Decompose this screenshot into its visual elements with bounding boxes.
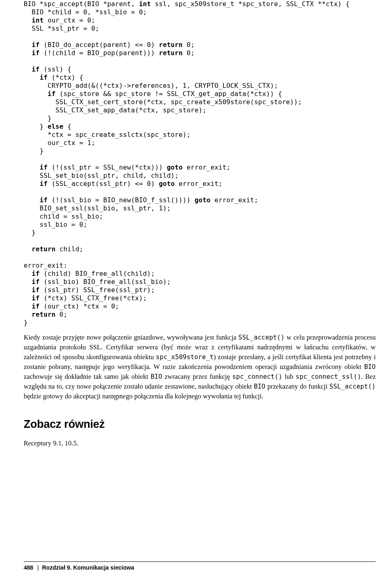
footer-separator: |: [33, 563, 42, 572]
chapter-title: Rozdział 9. Komunikacja sieciowa: [42, 564, 134, 571]
inline-code: SSL_accept(): [238, 334, 285, 341]
inline-code: BIO: [254, 383, 265, 390]
page-footer: 488|Rozdział 9. Komunikacja sieciowa: [0, 561, 392, 572]
related-recipes: Receptury 9.1, 10.5.: [24, 438, 376, 448]
page-number: 488: [24, 564, 33, 571]
inline-code: spc_connect_ssl(): [296, 373, 361, 380]
body-paragraph: Kiedy zostaje przyjęte nowe połączenie g…: [24, 333, 376, 401]
inline-code: spc_x509store_t: [156, 353, 214, 361]
see-also-heading: Zobacz również: [24, 416, 376, 432]
footer-rule: [24, 561, 376, 562]
inline-code: spc_connect(): [232, 373, 283, 380]
code-block: BIO *spc_accept(BIO *parent, int ssl, sp…: [24, 0, 376, 327]
inline-code: SSL_accept(): [330, 383, 376, 390]
inline-code: BIO: [364, 363, 376, 371]
inline-code: BIO: [151, 373, 162, 380]
footer-text: 488|Rozdział 9. Komunikacja sieciowa: [24, 563, 376, 572]
page: BIO *spc_accept(BIO *parent, int ssl, sp…: [0, 0, 392, 579]
